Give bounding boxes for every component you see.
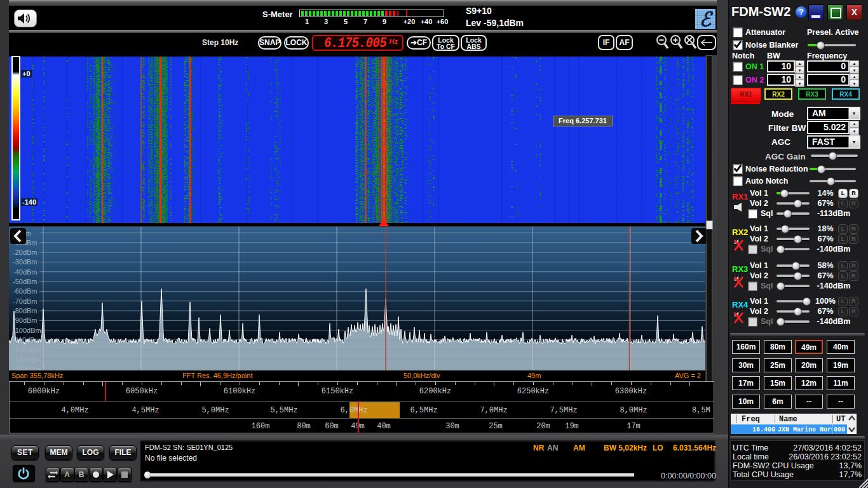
- svg-text:-90dBm: -90dBm: [13, 316, 37, 324]
- svg-text:-50dBm: -50dBm: [13, 278, 37, 285]
- svg-text:-30dBm: -30dBm: [13, 258, 37, 266]
- svg-text:-80dBm: -80dBm: [13, 307, 37, 315]
- svg-text:-120dBm: -120dBm: [13, 346, 41, 353]
- svg-text:-60dBm: -60dBm: [13, 287, 37, 295]
- svg-text:-40dBm: -40dBm: [13, 268, 37, 276]
- svg-text:-130dBm: -130dBm: [13, 356, 41, 363]
- svg-text:-110dBm: -110dBm: [13, 336, 41, 344]
- svg-text:-20dBm: -20dBm: [13, 248, 37, 256]
- svg-text:-140dBm: -140dBm: [13, 365, 41, 370]
- svg-text:-70dBm: -70dBm: [13, 297, 37, 305]
- svg-text:-100dBm: -100dBm: [13, 327, 41, 334]
- svg-text:ℰ: ℰ: [700, 9, 714, 29]
